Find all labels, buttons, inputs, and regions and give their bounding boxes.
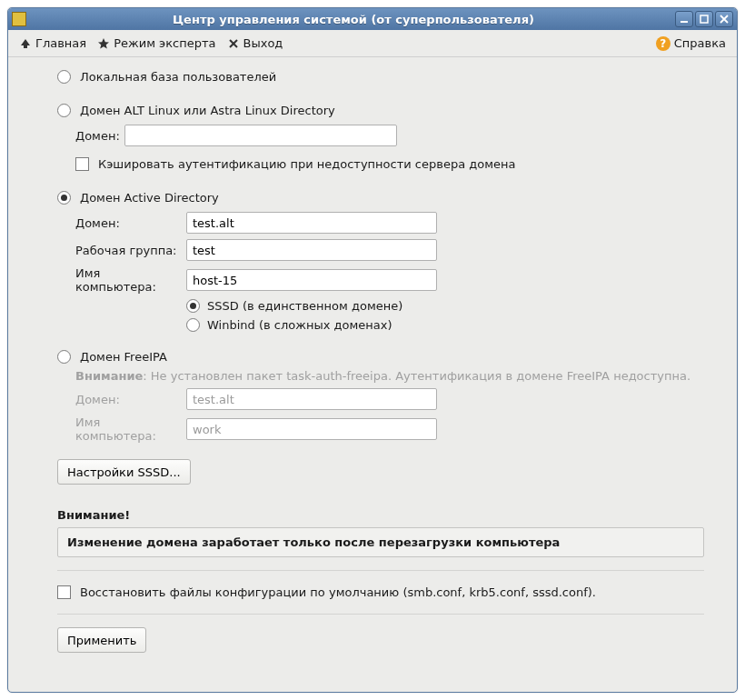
minimize-icon bbox=[680, 15, 689, 24]
ad-hostname-row: Имя компьютера: bbox=[75, 266, 720, 294]
alt-domain-label: Домен: bbox=[75, 129, 121, 143]
toolbar-help[interactable]: ? Справка bbox=[651, 34, 731, 54]
minimize-button[interactable] bbox=[675, 11, 693, 27]
toolbar-expert-label: Режим эксперта bbox=[114, 36, 215, 50]
option-freeipa: Домен FreeIPA Внимание: Не установлен па… bbox=[25, 348, 720, 443]
freeipa-hostname-row: Имя компьютера: bbox=[75, 415, 720, 443]
star-icon bbox=[97, 37, 110, 50]
toolbar-exit-label: Выход bbox=[243, 36, 283, 50]
radio-winbind-label: Winbind (в сложных доменах) bbox=[207, 318, 392, 332]
alt-domain-input[interactable] bbox=[124, 125, 397, 146]
radio-sssd[interactable]: SSSD (в единственном домене) bbox=[186, 299, 720, 313]
titlebar: Центр управления системой (от суперпольз… bbox=[8, 8, 737, 30]
notice-box: Изменение домена заработает только после… bbox=[57, 527, 704, 557]
radio-local-label: Локальная база пользователей bbox=[80, 70, 276, 84]
maximize-icon bbox=[700, 15, 709, 24]
apply-area: Применить bbox=[57, 627, 704, 653]
toolbar: Главная Режим эксперта Выход ? Справка bbox=[8, 30, 737, 57]
radio-icon bbox=[57, 104, 71, 117]
svg-rect-0 bbox=[680, 21, 688, 23]
checkbox-icon bbox=[57, 585, 71, 599]
alt-cache-label: Кэшировать аутентификацию при недоступно… bbox=[98, 157, 515, 171]
radio-sssd-label: SSSD (в единственном домене) bbox=[207, 299, 402, 313]
ad-domain-row: Домен: bbox=[75, 212, 720, 234]
apply-button[interactable]: Применить bbox=[57, 627, 146, 653]
radio-local[interactable]: Локальная база пользователей bbox=[57, 68, 720, 85]
option-alt: Домен ALT Linux или Astra Linux Director… bbox=[25, 102, 720, 173]
freeipa-warn-text: : Не установлен пакет task-auth-freeipa.… bbox=[143, 369, 690, 383]
radio-alt[interactable]: Домен ALT Linux или Astra Linux Director… bbox=[57, 102, 720, 119]
radio-icon bbox=[57, 191, 71, 205]
freeipa-domain-label: Домен: bbox=[75, 393, 183, 406]
restore-label: Восстановить файлы конфигурации по умолч… bbox=[80, 585, 596, 599]
notice-heading: Внимание! bbox=[57, 508, 704, 522]
radio-icon bbox=[186, 318, 200, 332]
content-area: Локальная база пользователей Домен ALT L… bbox=[8, 57, 737, 692]
divider bbox=[57, 614, 704, 615]
sssd-settings-button[interactable]: Настройки SSSD... bbox=[57, 459, 191, 485]
ad-hostname-input[interactable] bbox=[186, 269, 437, 291]
window-frame: Центр управления системой (от суперпольз… bbox=[7, 7, 738, 693]
toolbar-help-label: Справка bbox=[674, 36, 726, 50]
svg-rect-1 bbox=[700, 15, 708, 23]
alt-domain-row: Домен: bbox=[75, 125, 720, 146]
radio-winbind[interactable]: Winbind (в сложных доменах) bbox=[186, 318, 720, 332]
alt-subform: Домен: Кэшировать аутентификацию при нед… bbox=[75, 125, 720, 173]
radio-ad-label: Домен Active Directory bbox=[80, 191, 219, 205]
ad-workgroup-input[interactable] bbox=[186, 239, 437, 261]
checkbox-icon bbox=[75, 157, 89, 171]
freeipa-domain-input bbox=[186, 388, 437, 410]
exit-icon bbox=[227, 37, 240, 50]
ad-workgroup-row: Рабочая группа: bbox=[75, 239, 720, 261]
radio-freeipa[interactable]: Домен FreeIPA bbox=[57, 348, 720, 365]
option-ad: Домен Active Directory Домен: Рабочая гр… bbox=[25, 189, 720, 332]
option-local: Локальная база пользователей bbox=[25, 68, 720, 85]
toolbar-exit[interactable]: Выход bbox=[222, 34, 289, 53]
ad-subform: Домен: Рабочая группа: Имя компьютера: S… bbox=[75, 212, 720, 332]
toolbar-home[interactable]: Главная bbox=[14, 34, 92, 53]
freeipa-hostname-label: Имя компьютера: bbox=[75, 415, 183, 443]
freeipa-subform: Домен: Имя компьютера: bbox=[75, 388, 720, 443]
divider bbox=[57, 570, 704, 571]
radio-icon bbox=[57, 70, 71, 84]
freeipa-warning: Внимание: Не установлен пакет task-auth-… bbox=[75, 369, 720, 383]
window-title: Центр управления системой (от суперпольз… bbox=[32, 13, 675, 26]
ad-domain-label: Домен: bbox=[75, 216, 183, 230]
radio-freeipa-label: Домен FreeIPA bbox=[80, 350, 167, 364]
radio-ad[interactable]: Домен Active Directory bbox=[57, 189, 720, 206]
radio-icon bbox=[186, 299, 200, 313]
help-icon: ? bbox=[656, 36, 670, 51]
arrow-up-icon bbox=[19, 37, 32, 50]
ad-hostname-label: Имя компьютера: bbox=[75, 266, 183, 294]
radio-alt-label: Домен ALT Linux или Astra Linux Director… bbox=[80, 104, 335, 117]
close-icon bbox=[720, 15, 729, 24]
toolbar-home-label: Главная bbox=[35, 36, 86, 50]
radio-icon bbox=[57, 350, 71, 364]
ad-workgroup-label: Рабочая группа: bbox=[75, 244, 183, 257]
window-buttons bbox=[675, 11, 733, 27]
ad-domain-input[interactable] bbox=[186, 212, 437, 234]
freeipa-hostname-input bbox=[186, 418, 437, 440]
close-button[interactable] bbox=[715, 11, 733, 27]
alt-cache-row[interactable]: Кэшировать аутентификацию при недоступно… bbox=[75, 155, 720, 173]
toolbar-expert[interactable]: Режим эксперта bbox=[92, 34, 221, 53]
freeipa-domain-row: Домен: bbox=[75, 388, 720, 410]
app-icon bbox=[12, 12, 26, 26]
sssd-button-area: Настройки SSSD... bbox=[57, 459, 704, 485]
freeipa-warn-prefix: Внимание bbox=[75, 369, 143, 383]
maximize-button[interactable] bbox=[695, 11, 713, 27]
restore-checkbox-row[interactable]: Восстановить файлы конфигурации по умолч… bbox=[57, 584, 704, 601]
notice-area: Внимание! Изменение домена заработает то… bbox=[57, 508, 704, 557]
restore-area: Восстановить файлы конфигурации по умолч… bbox=[57, 584, 704, 601]
